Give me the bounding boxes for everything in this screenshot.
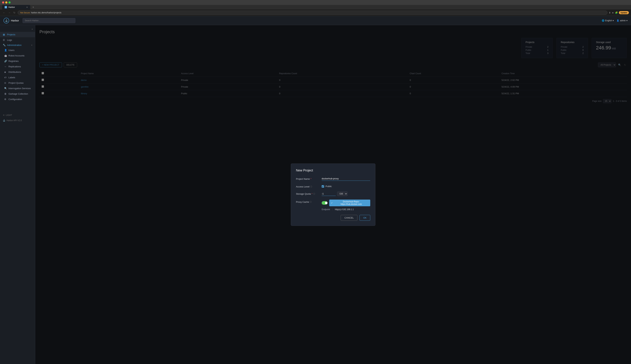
endpoint-group: Endpoint : http(s)://192.168.1.1	[296, 208, 370, 211]
app-header: ⚓ Harbor 🌐 English ▾ 👤 admin ▾	[0, 16, 631, 25]
forward-button[interactable]: →	[8, 11, 11, 14]
robot-accounts-icon: 🤖	[4, 54, 7, 57]
proxy-registry-dropdown[interactable]: ✓ Dockerhub-Repo-https://hub.docker.com	[329, 200, 370, 206]
endpoint-row: Endpoint : http(s)://192.168.1.1	[322, 208, 354, 211]
sidebar-footer-light[interactable]: ☀ LIGHT	[0, 112, 35, 118]
project-quotas-label: Project Quotas	[9, 82, 24, 84]
robot-accounts-label: Robot Accounts	[9, 54, 25, 57]
sidebar-collapse: «	[0, 27, 35, 32]
user-icon: 👤	[616, 19, 619, 22]
main-layout: « ▦ Projects ☰ Logs 🔧 Administration ▾ 👤	[0, 25, 631, 364]
security-indicator: Not Secure	[20, 12, 30, 14]
browser-chrome: H Harbor ✕ + ← → ↻ Not Secure harbor.vbc…	[0, 0, 631, 16]
bookmark-icon[interactable]: ★	[612, 12, 614, 14]
proxy-cache-label: Proxy Cache ⓘ	[296, 200, 319, 203]
sidebar-item-configuration[interactable]: ⚙ Configuration	[2, 96, 35, 102]
sidebar-item-labels[interactable]: 🏷 Labels	[2, 75, 35, 80]
admin-icon: 🔧	[3, 44, 6, 46]
public-checkbox-group: Public	[322, 184, 332, 188]
required-star: *	[311, 178, 311, 180]
labels-icon: 🏷	[4, 76, 7, 79]
proxy-cache-info-icon[interactable]: ⓘ	[310, 201, 312, 203]
proxy-cache-toggle[interactable]	[322, 201, 327, 205]
lang-chevron-icon: ▾	[613, 19, 614, 22]
sidebar-item-interrogation-services[interactable]: 🔍 Interrogation Services	[2, 86, 35, 91]
administration-section-label: 🔧 Administration	[3, 44, 22, 46]
access-level-info-icon[interactable]: ⓘ	[310, 185, 312, 188]
storage-quota-info-icon[interactable]: ⓘ	[313, 192, 315, 195]
registries-label: Registries	[9, 60, 19, 62]
sidebar-logs-label: Logs	[7, 39, 12, 41]
back-button[interactable]: ←	[2, 11, 6, 14]
active-tab[interactable]: H Harbor ✕	[2, 5, 30, 10]
proxy-dropdown-label: Dockerhub-Repo-https://hub.docker.com	[334, 200, 368, 206]
update-button[interactable]: Update	[619, 11, 629, 14]
labels-label: Labels	[9, 76, 15, 79]
extensions-icon[interactable]: 🧩	[615, 12, 618, 14]
project-quotas-icon: ⊙	[4, 82, 7, 84]
sidebar-item-project-quotas[interactable]: ⊙ Project Quotas	[2, 80, 35, 86]
project-name-label: Project Name *	[296, 176, 319, 180]
sidebar-footer-api[interactable]: ⚓ Harbor API V2.0	[0, 118, 35, 123]
checkmark-icon: ✓	[331, 202, 333, 204]
modal-footer: CANCEL OK	[296, 215, 370, 221]
sidebar-item-projects[interactable]: ▦ Projects	[0, 32, 35, 37]
sidebar-projects-label: Projects	[7, 33, 15, 36]
access-level-label: Access Level ⓘ	[296, 184, 319, 188]
tab-favicon: H	[5, 6, 7, 8]
url-text: harbor.vbc.demo/harbor/projects	[31, 12, 61, 14]
globe-icon: 🌐	[602, 19, 604, 22]
sidebar-item-distributions[interactable]: ◈ Distributions	[2, 69, 35, 75]
sidebar-item-garbage-collection[interactable]: 🗑 Garbage Collection	[2, 91, 35, 96]
sidebar-section-administration[interactable]: 🔧 Administration ▾	[0, 43, 35, 48]
tab-close-button[interactable]: ✕	[26, 6, 28, 8]
minimize-window-button[interactable]	[5, 2, 8, 4]
new-project-modal: New Project Project Name * Access Level	[291, 164, 375, 226]
address-bar[interactable]: Not Secure harbor.vbc.demo/harbor/projec…	[18, 10, 607, 15]
collapse-button[interactable]: «	[32, 28, 33, 30]
project-name-input[interactable]	[322, 176, 370, 181]
language-selector[interactable]: 🌐 English ▾	[602, 19, 614, 22]
app: ⚓ Harbor 🌐 English ▾ 👤 admin ▾ «	[0, 16, 631, 364]
light-label: LIGHT	[6, 114, 12, 116]
cancel-button[interactable]: CANCEL	[341, 215, 357, 221]
public-checkbox[interactable]	[322, 185, 324, 188]
quota-unit-select[interactable]: GiB KiB MiB TiB	[337, 192, 348, 196]
quota-value-input[interactable]	[322, 192, 336, 196]
sidebar-item-logs[interactable]: ☰ Logs	[0, 37, 35, 43]
search-container	[23, 18, 75, 23]
toggle-slider	[322, 201, 327, 205]
reload-button[interactable]: ↻	[13, 11, 16, 14]
logs-icon: ☰	[3, 39, 6, 41]
ok-button[interactable]: OK	[359, 215, 370, 221]
sidebar: « ▦ Projects ☰ Logs 🔧 Administration ▾ 👤	[0, 25, 35, 364]
sidebar-item-users[interactable]: 👤 Users	[2, 48, 35, 53]
logo-icon: ⚓	[4, 18, 9, 24]
search-input[interactable]	[23, 18, 75, 23]
user-menu[interactable]: 👤 admin ▾	[616, 19, 627, 22]
access-level-group: Access Level ⓘ Public	[296, 184, 370, 188]
storage-quota-label: Storage Quota * ⓘ	[296, 192, 319, 195]
new-tab-button[interactable]: +	[31, 5, 35, 10]
proxy-cache-group: Proxy Cache ⓘ ✓ Dockerhub-Repo-https://h…	[296, 200, 370, 206]
username-label: admin	[620, 19, 626, 22]
sidebar-item-robot-accounts[interactable]: 🤖 Robot Accounts	[2, 53, 35, 58]
sidebar-sub-admin: 👤 Users 🤖 Robot Accounts 🔗 Registries ↔ …	[0, 48, 35, 102]
share-icon[interactable]: ⬆	[609, 12, 611, 14]
project-name-group: Project Name *	[296, 176, 370, 181]
maximize-window-button[interactable]	[9, 2, 11, 4]
projects-icon: ▦	[3, 33, 6, 36]
sidebar-item-replications[interactable]: ↔ Replications	[2, 64, 35, 69]
modal-title: New Project	[296, 169, 370, 172]
quota-required-star: *	[312, 192, 313, 195]
close-window-button[interactable]	[2, 2, 4, 4]
sidebar-item-registries[interactable]: 🔗 Registries	[2, 58, 35, 64]
proxy-cache-controls: ✓ Dockerhub-Repo-https://hub.docker.com	[322, 200, 370, 206]
logo-text: Harbor	[11, 19, 19, 22]
endpoint-value: http(s)://192.168.1.1	[335, 208, 354, 211]
app-logo: ⚓ Harbor	[4, 18, 19, 24]
browser-toolbar-right: ⬆ ★ 🧩 Update	[609, 11, 629, 14]
replications-label: Replications	[9, 65, 21, 68]
content-area: Projects Projects Private 2 Public 1 Tot…	[35, 25, 631, 364]
endpoint-label: Endpoint	[322, 208, 330, 211]
